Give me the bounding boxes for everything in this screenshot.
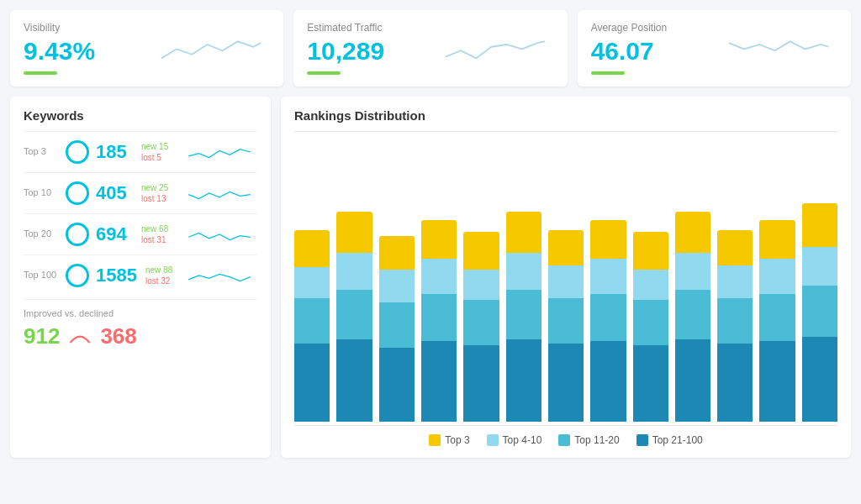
bar-seg-top4_10 (336, 253, 372, 290)
bar-seg-top3 (506, 212, 541, 253)
bar-group-10 (717, 140, 753, 422)
legend-item-top-4-10: Top 4-10 (487, 434, 542, 446)
kw-number: 185 (96, 141, 133, 163)
card-bar-traffic (307, 71, 341, 75)
kw-lost: lost 5 (141, 152, 168, 163)
bar-stack-4 (463, 232, 499, 422)
bar-seg-top4_10 (759, 259, 795, 294)
bar-group-6 (548, 140, 584, 422)
card-chart-visibility (152, 28, 270, 70)
bar-seg-top11_20 (759, 294, 795, 341)
legend-item-top-3: Top 3 (429, 434, 469, 446)
bar-seg-top3 (336, 212, 372, 253)
bar-group-7 (590, 140, 626, 422)
bar-seg-top3 (548, 230, 584, 265)
card-left-position: Average Position 46.07 (591, 22, 668, 75)
bar-group-3 (421, 140, 457, 422)
bar-seg-top4_10 (548, 265, 584, 298)
bar-seg-top4_10 (633, 270, 668, 301)
bar-stack-3 (421, 220, 457, 422)
bar-seg-top3 (717, 230, 753, 265)
legend-label: Top 11-20 (574, 434, 619, 446)
bar-seg-top4_10 (590, 259, 626, 294)
card-position: Average Position 46.07 (578, 10, 851, 87)
kw-circle (66, 181, 89, 205)
chart-area: Top 3 Top 4-10 Top 11-20 Top 21-100 (294, 131, 837, 446)
kw-new-lost: new 15 lost 5 (141, 141, 168, 163)
bar-seg-top3 (759, 220, 795, 260)
improved-value: 912 (24, 323, 60, 349)
bar-seg-top11_20 (506, 290, 541, 339)
legend-label: Top 3 (445, 434, 469, 446)
bar-seg-top21_100 (802, 337, 837, 422)
kw-new: new 68 (141, 223, 168, 234)
bar-seg-top3 (379, 236, 415, 269)
improved-section: Improved vs. declined 912 368 (24, 299, 257, 349)
bar-seg-top11_20 (294, 298, 330, 344)
bar-seg-top21_100 (294, 344, 330, 422)
bar-seg-top4_10 (294, 267, 330, 298)
bar-stack-8 (633, 232, 668, 422)
bar-seg-top21_100 (759, 341, 795, 422)
bar-seg-top11_20 (463, 300, 499, 345)
bar-stack-12 (802, 203, 837, 422)
kw-row-top10: Top 10 405 new 25 lost 13 (24, 172, 257, 213)
bar-seg-top21_100 (633, 345, 668, 422)
bar-seg-top3 (294, 230, 330, 267)
kw-lost: lost 31 (141, 234, 168, 245)
card-label-visibility: Visibility (24, 22, 95, 34)
bar-seg-top11_20 (633, 300, 668, 345)
improved-label: Improved vs. declined (24, 308, 257, 318)
bar-seg-top21_100 (548, 344, 584, 422)
bar-stack-9 (675, 212, 710, 422)
bar-seg-top21_100 (379, 348, 415, 422)
bar-group-4 (463, 140, 499, 422)
bar-seg-top4_10 (379, 270, 415, 302)
bar-stack-1 (336, 212, 372, 422)
bottom-section: Keywords Top 3 185 new 15 lost 5 Top 10 … (10, 97, 851, 458)
bar-stack-5 (506, 212, 541, 422)
bar-seg-top3 (675, 212, 710, 253)
keywords-panel: Keywords Top 3 185 new 15 lost 5 Top 10 … (10, 97, 271, 458)
bar-seg-top11_20 (717, 298, 753, 344)
kw-new-lost: new 25 lost 13 (141, 182, 168, 204)
kw-row-top3: Top 3 185 new 15 lost 5 (24, 131, 257, 172)
bars-container (294, 131, 837, 426)
kw-new: new 15 (141, 141, 168, 152)
card-value-traffic: 10,289 (307, 37, 384, 65)
kw-lost: lost 13 (141, 193, 168, 204)
kw-new-lost: new 68 lost 31 (141, 223, 168, 245)
kw-label: Top 20 (24, 228, 59, 239)
kw-row-top20: Top 20 694 new 68 lost 31 (24, 213, 257, 255)
bar-seg-top4_10 (675, 253, 710, 290)
bar-seg-top3 (633, 232, 668, 269)
kw-label: Top 3 (24, 146, 59, 156)
arc-icon (68, 329, 92, 344)
bar-seg-top11_20 (802, 286, 837, 337)
card-chart-position (720, 28, 837, 70)
kw-row-top100: Top 100 1585 new 88 lost 32 (24, 255, 257, 296)
bar-group-9 (675, 140, 710, 422)
bar-seg-top11_20 (590, 294, 626, 341)
kw-new: new 88 (145, 265, 172, 276)
bar-seg-top4_10 (421, 259, 457, 294)
legend-dot (429, 434, 441, 446)
kw-circle (66, 223, 89, 246)
kw-new: new 25 (141, 182, 168, 193)
legend-label: Top 21-100 (652, 434, 703, 446)
card-label-traffic: Estimated Traffic (307, 22, 384, 34)
card-traffic: Estimated Traffic 10,289 (293, 10, 567, 87)
card-left-visibility: Visibility 9.43% (24, 22, 95, 75)
card-value-visibility: 9.43% (24, 37, 95, 65)
bar-group-8 (633, 140, 668, 422)
kw-label-block: Top 3 (24, 146, 59, 158)
kw-mini-chart (182, 139, 257, 165)
kw-label-block: Top 10 (24, 187, 59, 199)
kw-label: Top 10 (24, 187, 59, 197)
bar-group-12 (802, 140, 837, 422)
card-bar-position (591, 71, 625, 75)
bar-group-0 (294, 140, 330, 422)
bar-seg-top3 (802, 203, 837, 247)
bar-seg-top4_10 (463, 270, 499, 301)
kw-lost: lost 32 (145, 276, 172, 286)
